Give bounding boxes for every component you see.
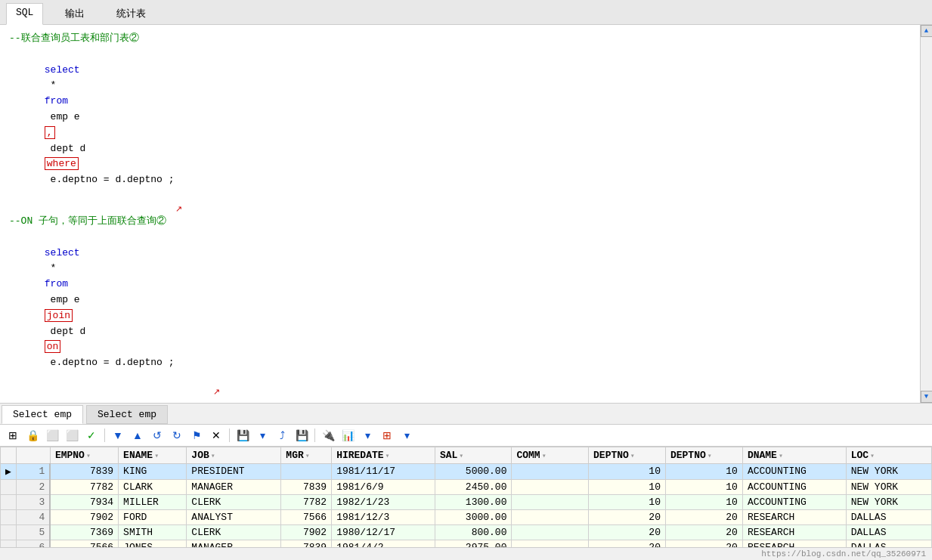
table-row[interactable]: ▶17839KINGPRESIDENT1981/11/175000.001010…: [1, 463, 932, 479]
table-cell: ACCOUNTING: [742, 463, 846, 479]
table-cell: ▶: [1, 463, 17, 479]
sql-comment-2: --ON 子句，等同于上面联合查询②: [9, 214, 923, 230]
table-cell: 2975.00: [435, 540, 512, 547]
toolbar-refresh-btn[interactable]: ↺: [149, 427, 166, 444]
toolbar-dropdown-btn[interactable]: ▾: [254, 427, 271, 444]
table-cell: 7934: [50, 494, 118, 509]
toolbar-dropdown2-btn[interactable]: ▾: [359, 427, 376, 444]
main-container: SQL 输出 统计表 ▲ ▼ --联合查询员工表和部门表② select * f…: [0, 0, 932, 560]
table-row[interactable]: 57369SMITHCLERK79021980/12/17800.002020R…: [1, 524, 932, 540]
toolbar-check-btn[interactable]: ✓: [83, 427, 100, 444]
col-hiredate[interactable]: HIREDATE▾: [332, 447, 435, 463]
table-cell: DALLAS: [846, 509, 931, 524]
col-rownum: [16, 447, 50, 463]
table-cell: 1981/12/3: [332, 509, 435, 524]
col-ename[interactable]: ENAME▾: [119, 447, 187, 463]
table-row[interactable]: 37934MILLERCLERK77821982/1/231300.001010…: [1, 494, 932, 509]
table-cell: 7839: [281, 479, 332, 494]
table-cell: DALLAS: [846, 540, 931, 547]
table-cell: MILLER: [119, 494, 187, 509]
table-cell: 10: [665, 463, 742, 479]
table-cell: CLARK: [119, 479, 187, 494]
table-cell: 3000.00: [435, 509, 512, 524]
on-box: on: [45, 340, 61, 353]
table-cell: 20: [665, 509, 742, 524]
table-cell: 20: [589, 540, 666, 547]
table-cell: 7839: [50, 463, 118, 479]
col-sal[interactable]: SAL▾: [435, 447, 512, 463]
table-cell: 7782: [281, 494, 332, 509]
tab-stats[interactable]: 统计表: [107, 3, 156, 24]
toolbar-down-btn[interactable]: ▼: [110, 427, 126, 444]
table-cell: 3: [16, 494, 50, 509]
toolbar-refresh2-btn[interactable]: ↻: [169, 427, 185, 444]
table-row[interactable]: 47902FORDANALYST75661981/12/33000.002020…: [1, 509, 932, 524]
toolbar-save-btn[interactable]: 💾: [234, 427, 251, 444]
kw-select-2: select: [45, 247, 80, 258]
col-loc[interactable]: LOC▾: [846, 447, 931, 463]
tab-sql[interactable]: SQL: [6, 3, 43, 25]
toolbar-chart-btn[interactable]: 📊: [339, 427, 356, 444]
col-dname[interactable]: DNAME▾: [742, 447, 846, 463]
toolbar-flag-btn[interactable]: ⚑: [188, 427, 205, 444]
table-cell: 7566: [50, 540, 118, 547]
scroll-down-btn[interactable]: ▼: [921, 391, 933, 403]
toolbar-dropdown3-btn[interactable]: ▾: [398, 427, 415, 444]
sql-text-2b: emp e: [45, 111, 86, 122]
table-cell: 7839: [281, 540, 332, 547]
top-tab-bar: SQL 输出 统计表: [0, 0, 932, 25]
table-cell: 10: [589, 479, 666, 494]
scrollbar-right[interactable]: ▲ ▼: [920, 25, 932, 403]
table-cell: 7902: [281, 524, 332, 540]
toolbar-connect-btn[interactable]: 🔌: [320, 427, 336, 444]
table-cell: 7782: [50, 479, 118, 494]
col-comm[interactable]: COMM▾: [512, 447, 589, 463]
comma-box: ,: [45, 126, 55, 139]
kw-from-2: from: [45, 278, 68, 289]
col-job[interactable]: JOB▾: [187, 447, 281, 463]
bottom-bar-text: https://blog.csdn.net/qq_35260971: [761, 549, 926, 558]
sql-text-2c: dept d: [45, 143, 91, 154]
table-cell: NEW YORK: [846, 463, 931, 479]
data-table-wrap[interactable]: EMPNO▾ ENAME▾ JOB▾ MGR▾ HIREDATE▾ SAL▾ C…: [0, 447, 932, 547]
table-row[interactable]: 67566JONESMANAGER78391981/4/22975.002020…: [1, 540, 932, 547]
toolbar-copy-btn[interactable]: ⬜: [44, 427, 60, 444]
table-cell: 2: [16, 479, 50, 494]
toolbar-clear-btn[interactable]: ✕: [208, 427, 224, 444]
table-cell: 5: [16, 524, 50, 540]
scroll-up-btn[interactable]: ▲: [921, 25, 933, 37]
table-cell: MANAGER: [187, 479, 281, 494]
sql-editor[interactable]: ▲ ▼ --联合查询员工表和部门表② select * from emp e ,…: [0, 25, 932, 404]
toolbar-lock-btn[interactable]: 🔒: [24, 427, 41, 444]
col-deptno1[interactable]: DEPTNO▾: [589, 447, 666, 463]
sql-text-4b: emp e: [45, 294, 86, 305]
table-cell: 1982/1/23: [332, 494, 435, 509]
col-deptno2[interactable]: DEPTNO▾: [665, 447, 742, 463]
toolbar-grid-btn[interactable]: ⊞: [5, 427, 21, 444]
sql-text-2a: *: [45, 79, 62, 91]
table-cell: [1, 479, 17, 494]
table-cell: 10: [589, 463, 666, 479]
toolbar-save2-btn[interactable]: 💾: [293, 427, 310, 444]
col-mgr[interactable]: MGR▾: [281, 447, 332, 463]
sql-comment-1: --联合查询员工表和部门表②: [9, 31, 923, 47]
table-cell: 10: [589, 494, 666, 509]
table-row[interactable]: 27782CLARKMANAGER78391981/6/92450.001010…: [1, 479, 932, 494]
toolbar-up-btn[interactable]: ▲: [129, 427, 146, 444]
toolbar-copy2-btn[interactable]: ⬜: [63, 427, 80, 444]
col-indicator: [1, 447, 17, 463]
table-cell: NEW YORK: [846, 479, 931, 494]
table-cell: [512, 540, 589, 547]
table-cell: 1: [16, 463, 50, 479]
toolbar-export-btn[interactable]: ⤴: [274, 427, 290, 444]
col-empno[interactable]: EMPNO▾: [50, 447, 118, 463]
table-cell: [1, 540, 17, 547]
table-cell: [512, 524, 589, 540]
result-tab-2[interactable]: Select emp: [86, 405, 168, 424]
table-cell: 6: [16, 540, 50, 547]
toolbar-table-btn[interactable]: ⊞: [379, 427, 395, 444]
tab-output[interactable]: 输出: [55, 3, 94, 24]
table-cell: RESEARCH: [742, 524, 846, 540]
result-tab-1[interactable]: Select emp: [2, 405, 83, 424]
table-cell: 1981/11/17: [332, 463, 435, 479]
